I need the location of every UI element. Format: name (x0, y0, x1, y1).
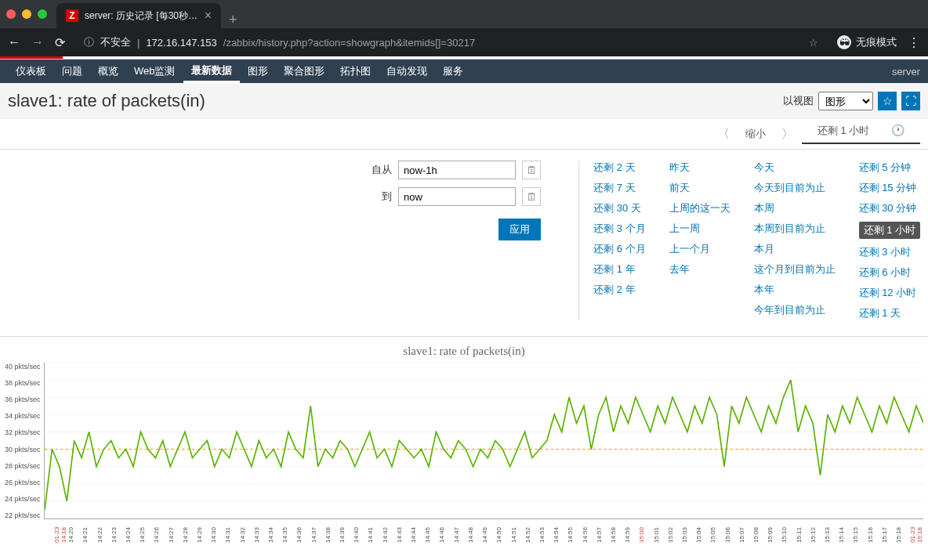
to-calendar-icon[interactable]: 🗓 (522, 187, 541, 206)
plot-area[interactable] (44, 363, 923, 519)
x-tick: 14:59 (624, 521, 638, 549)
y-tick: 24 pkts/sec (5, 495, 41, 503)
zoom-prev-icon[interactable]: 〈 (709, 126, 738, 143)
x-tick: 15:12 (810, 521, 824, 549)
favorite-button[interactable]: ☆ (878, 92, 897, 110)
preset-link[interactable]: 还剩 6 小时 (859, 266, 920, 280)
preset-link[interactable]: 本年 (754, 283, 836, 297)
preset-link[interactable]: 还剩 15 分钟 (859, 181, 920, 195)
nav-item[interactable]: Web监测 (126, 60, 183, 83)
x-tick: 15:15 (852, 521, 866, 549)
apply-button[interactable]: 应用 (498, 219, 541, 240)
nav-item[interactable]: 拓扑图 (332, 60, 379, 83)
preset-link[interactable]: 本周 (754, 201, 836, 215)
browser-chrome: Z server: 历史记录 [每30秒刷新一... × + ← → ⟳ ⓘ 不… (0, 0, 928, 56)
incognito-icon: 🕶 (837, 35, 851, 49)
nav-item[interactable]: 概览 (90, 60, 126, 83)
chart-title: slave1: rate of packets(in) (5, 345, 923, 358)
address-bar[interactable]: ⓘ 不安全 | 172.16.147.153/zabbix/history.ph… (76, 31, 826, 53)
preset-link[interactable]: 本月 (754, 242, 836, 256)
x-start: 01-23 14:18 (53, 521, 67, 549)
x-tick: 15:00 (638, 521, 652, 549)
preset-link[interactable]: 还剩 30 天 (593, 201, 645, 215)
zoom-shrink[interactable]: 缩小 (738, 127, 774, 141)
preset-link[interactable]: 这个月到目前为止 (754, 262, 836, 276)
preset-link[interactable]: 上周的这一天 (669, 201, 730, 215)
preset-link[interactable]: 还剩 7 天 (593, 181, 645, 195)
preset-link[interactable]: 昨天 (669, 161, 730, 175)
nav-item[interactable]: 图形 (240, 60, 276, 83)
x-tick: 15:14 (838, 521, 852, 549)
filter-panel: 自从 🗓 到 🗓 应用 还剩 2 天还剩 7 天还剩 30 天还剩 3 个月还剩… (0, 150, 928, 337)
back-button[interactable]: ← (8, 35, 20, 49)
zoom-bar: 〈 缩小 〉 还剩 1 小时 🕐 (0, 119, 928, 150)
reload-button[interactable]: ⟳ (55, 35, 65, 50)
zoom-range-label[interactable]: 还剩 1 小时 🕐 (802, 124, 920, 144)
x-tick: 14:21 (82, 521, 96, 549)
x-tick: 15:08 (752, 521, 767, 549)
y-tick: 34 pkts/sec (5, 412, 41, 420)
nav-item[interactable]: 仪表板 (8, 60, 54, 83)
x-tick: 14:57 (596, 521, 610, 549)
preset-link[interactable]: 本周到目前为止 (754, 222, 836, 236)
window-controls[interactable] (6, 9, 47, 19)
x-tick: 14:40 (353, 521, 367, 549)
view-select[interactable]: 图形 (818, 92, 873, 110)
preset-link[interactable]: 还剩 5 分钟 (859, 161, 920, 175)
preset-link[interactable]: 还剩 2 年 (593, 283, 645, 297)
x-tick: 14:51 (510, 521, 524, 549)
from-input[interactable] (398, 161, 516, 179)
fullscreen-button[interactable]: ⛶ (901, 92, 920, 110)
preset-link[interactable]: 还剩 2 天 (593, 161, 645, 175)
nav-item[interactable]: 聚合图形 (276, 60, 332, 83)
preset-link[interactable]: 还剩 6 个月 (593, 242, 645, 256)
minimize-window-icon[interactable] (22, 9, 31, 19)
x-tick: 14:28 (182, 521, 196, 549)
y-tick: 22 pkts/sec (5, 511, 41, 519)
preset-link[interactable]: 上一个月 (669, 242, 730, 256)
x-tick: 14:52 (524, 521, 538, 549)
forward-button[interactable]: → (31, 35, 44, 49)
bookmark-icon[interactable]: ☆ (809, 37, 818, 49)
preset-link[interactable]: 去年 (669, 262, 730, 276)
preset-links: 还剩 2 天还剩 7 天还剩 30 天还剩 3 个月还剩 6 个月还剩 1 年还… (593, 161, 920, 320)
preset-link[interactable]: 今天到目前为止 (754, 181, 836, 195)
preset-link[interactable]: 还剩 3 个月 (593, 222, 645, 236)
insecure-label: 不安全 (100, 35, 131, 49)
close-window-icon[interactable] (6, 9, 16, 19)
preset-link[interactable]: 今年到目前为止 (754, 303, 836, 317)
maximize-window-icon[interactable] (38, 9, 47, 19)
browser-tab[interactable]: Z server: 历史记录 [每30秒刷新一... × (56, 3, 221, 28)
incognito-badge[interactable]: 🕶 无痕模式 (837, 35, 897, 49)
to-input[interactable] (398, 187, 516, 206)
preset-link[interactable]: 还剩 1 小时 (859, 222, 920, 239)
preset-link[interactable]: 还剩 12 小时 (859, 286, 920, 300)
zoom-next-icon[interactable]: 〉 (774, 126, 802, 143)
x-tick: 14:34 (267, 521, 281, 549)
nav-item[interactable]: 问题 (54, 60, 90, 83)
y-tick: 38 pkts/sec (5, 379, 41, 387)
main-nav: 仪表板问题概览Web监测最新数据图形聚合图形拓扑图自动发现服务server (0, 60, 928, 83)
info-icon[interactable]: ⓘ (84, 35, 94, 49)
preset-link[interactable]: 前天 (669, 181, 730, 195)
nav-item[interactable]: 最新数据 (183, 60, 240, 83)
nav-item[interactable]: 自动发现 (379, 60, 435, 83)
x-tick: 14:50 (495, 521, 509, 549)
to-label: 到 (382, 190, 392, 204)
nav-item[interactable]: 服务 (435, 60, 471, 83)
preset-link[interactable]: 还剩 1 年 (593, 262, 645, 276)
preset-link[interactable]: 还剩 1 天 (859, 306, 920, 320)
close-tab-icon[interactable]: × (205, 9, 212, 23)
x-tick: 14:32 (239, 521, 253, 549)
preset-link[interactable]: 上一周 (669, 222, 730, 236)
preset-link[interactable]: 还剩 30 分钟 (859, 201, 920, 215)
page-title: slave1: rate of packets(in) (8, 91, 205, 111)
preset-link[interactable]: 今天 (754, 161, 836, 175)
new-tab-button[interactable]: + (221, 12, 245, 28)
preset-link[interactable]: 还剩 3 小时 (859, 245, 920, 259)
menu-icon[interactable]: ⋮ (908, 35, 920, 50)
url-host: 172.16.147.153 (146, 37, 216, 49)
url-path: /zabbix/history.php?action=showgraph&ite… (223, 37, 475, 49)
x-tick: 14:55 (567, 521, 581, 549)
from-calendar-icon[interactable]: 🗓 (522, 161, 541, 179)
